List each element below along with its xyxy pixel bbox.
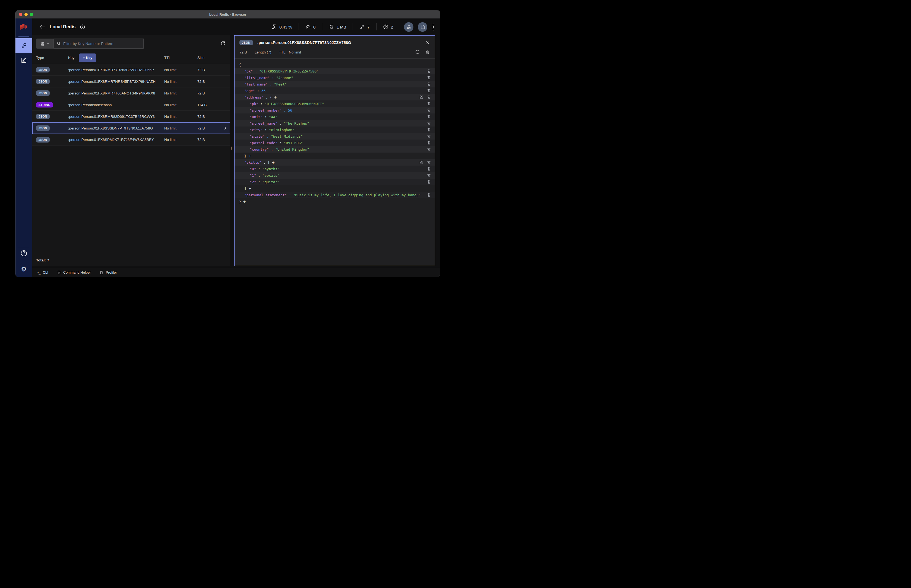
column-key: Key [68,56,74,60]
json-key: "state" [250,134,265,139]
delete-icon[interactable] [427,115,431,119]
delete-icon[interactable] [427,108,431,112]
chevron-down-icon [47,42,50,45]
help-icon [20,250,27,257]
add-item-button[interactable]: + [272,160,275,165]
search-input[interactable] [63,42,141,46]
table-row[interactable]: JSON :person.Person:01FX8RMR7NRS45PBT3XP… [32,76,230,87]
delete-icon[interactable] [427,167,431,171]
delete-icon[interactable] [427,193,431,197]
json-row: "postal_code" : "B91 6HG" [234,139,435,146]
gear-icon: ⚙ [21,265,27,273]
minimize-window-button[interactable] [24,13,28,16]
traffic-lights [19,13,33,16]
json-bracket: ] [244,186,247,191]
delete-icon[interactable] [427,69,431,73]
back-button[interactable] [39,24,45,30]
titlebar: Local Redis - Browser [16,10,440,18]
filter-type-select[interactable] [36,39,53,48]
sidebar-item-workbench[interactable] [16,53,32,68]
delete-icon[interactable] [427,121,431,125]
info-icon[interactable] [80,24,85,29]
ttl-value: No limit [164,115,197,119]
delete-icon[interactable] [427,128,431,132]
delete-icon[interactable] [427,76,431,80]
json-key: "postal_code" [250,141,278,145]
size-value: 72 B [197,79,221,84]
delete-icon[interactable] [427,147,431,152]
json-row: "skills" : [+ [234,159,435,166]
json-key: "age" [244,89,255,93]
stat-users-value: 2 [391,25,393,29]
ttl-value: No limit [164,91,197,95]
json-key: "country" [250,147,269,152]
json-row: "pk" : "01FX8SSSDN7PT9T3N0JZZA758G" [234,68,435,74]
json-value: "Music is my life, I love gigging and pl… [293,193,421,197]
profiler-button[interactable]: Profiler [100,270,117,275]
refresh-keys-button[interactable] [220,41,226,46]
json-viewer: { "pk" : "01FX8SSSDN7PT9T3N0JZZA758G" "f… [234,59,435,266]
sidebar-item-settings[interactable]: ⚙ [21,266,27,273]
delete-icon[interactable] [427,180,431,184]
json-value: "synths" [263,167,279,171]
command-helper-button[interactable]: Command Helper [57,270,91,275]
window-title: Local Redis - Browser [209,13,247,16]
cli-button[interactable]: >_ CLI [37,270,48,275]
delete-icon[interactable] [427,134,431,139]
delete-icon[interactable] [427,102,431,106]
delete-icon[interactable] [427,89,431,93]
json-bracket: { [270,95,272,99]
add-item-button[interactable]: + [274,95,277,100]
table-row[interactable]: STRING :person.Person:index:hash No limi… [32,99,230,110]
delete-icon[interactable] [427,173,431,178]
json-row: "last_name" : "Peel" [234,81,435,87]
db-analysis-button[interactable] [404,22,414,32]
json-document-icon: {:} [420,24,425,29]
json-key: "2" [250,180,256,184]
sidebar-item-browser[interactable] [16,38,32,53]
table-row[interactable]: JSON :person.Person:01FX8RMR82D091TC37B4… [32,110,230,122]
document-icon [57,270,61,275]
stat-memory-value: 1 MB [337,25,346,29]
delete-key-button[interactable] [425,50,430,55]
json-value: "Joanne" [276,76,293,80]
resize-handle[interactable]: ‖ [231,146,233,150]
key-table-header: Type Key + Key TTL Size [32,51,230,64]
delete-icon[interactable] [427,95,431,99]
add-item-button[interactable]: + [243,199,246,204]
size-value: 114 B [197,103,221,107]
add-item-button[interactable]: + [249,153,251,158]
table-row[interactable]: JSON :person.Person:01FX8RMR7YB283BPZ88H… [32,64,230,76]
close-details-button[interactable] [425,40,430,45]
table-row[interactable]: JSON :person.Person:01FX8SSSDN7PT9T3N0JZ… [32,122,230,134]
add-item-button[interactable]: + [249,186,251,191]
table-row[interactable]: JSON :person.Person:01FX8SPMJK71R7J8E4W6… [32,134,230,145]
json-value: "B91 6HG" [284,141,303,145]
delete-icon[interactable] [427,141,431,145]
delete-icon[interactable] [427,82,431,86]
edit-icon[interactable] [419,95,423,99]
total-value: 7 [47,258,49,262]
delete-icon[interactable] [427,160,431,165]
close-window-button[interactable] [19,13,22,16]
size-value: 72 B [197,137,221,142]
profiler-label: Profiler [106,270,117,275]
close-icon [425,40,430,45]
json-row: "country" : "United Kingdom" [234,146,435,153]
user-icon [383,24,388,29]
redis-logo [19,22,29,32]
json-row: "pk" : "01FX8SSSDNRDSRB3HMVH00NQTT" [234,100,435,107]
maximize-window-button[interactable] [30,13,33,16]
stat-cpu-value: 0.43 % [279,25,292,29]
ttl-value: No limit [164,137,197,142]
sidebar-item-help[interactable] [20,250,27,257]
type-badge: JSON [36,137,50,142]
more-menu-button[interactable] [433,24,434,31]
add-key-button[interactable]: + Key [79,53,96,62]
edit-icon[interactable] [419,160,423,165]
workbench-button[interactable]: {:} [418,22,427,32]
stat-cpu: 0.43 % [265,24,299,29]
table-row[interactable]: JSON :person.Person:01FX8RMR7T60ANQTS4P9… [32,87,230,99]
gauge-icon [305,24,311,29]
refresh-value-button[interactable] [415,50,420,55]
